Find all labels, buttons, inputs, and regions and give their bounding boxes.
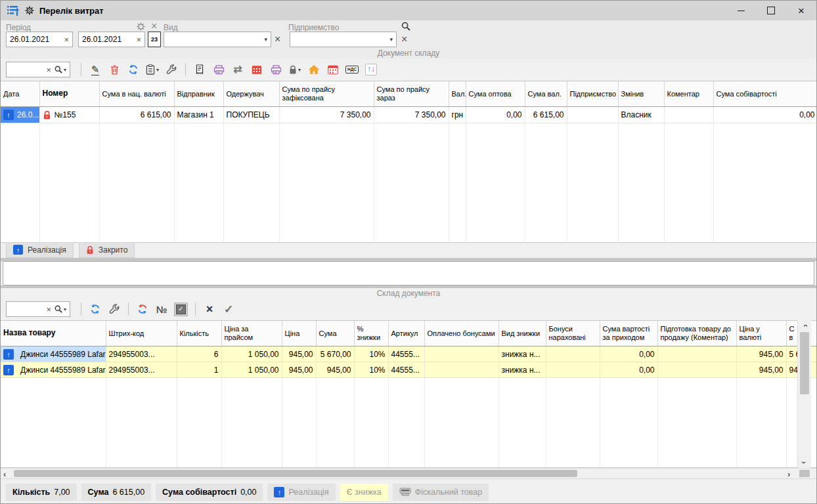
col-header-list-price[interactable]: Ціна за прайсом [221,321,282,346]
document-changed-by[interactable]: Власник [618,107,664,123]
edit-button[interactable]: ✎ [89,62,102,77]
copy-document-button[interactable]: ▾ [146,62,159,77]
document-receiver[interactable]: ПОКУПЕЦЬ [223,107,279,123]
documents-search-clear-icon[interactable]: × [46,66,51,74]
vertical-scroll-thumb[interactable] [800,332,809,394]
document-sender[interactable]: Магазин 1 [174,107,223,123]
document-comment-box[interactable] [3,261,814,285]
scroll-right-icon[interactable]: › [787,469,790,479]
item-price-in-currency[interactable]: 945,00 [736,362,786,378]
col-header-number[interactable]: Номер [39,81,99,107]
col-header-wholesale[interactable]: Сума оптова [466,81,525,107]
item-barcode[interactable]: 294955003... [106,346,177,362]
item-paid-bonuses[interactable] [424,362,498,378]
col-header-cost-by-arrival[interactable]: Сума вартості за приходом [600,321,657,346]
item-sku[interactable]: 44555... [388,346,424,362]
item-name-cell[interactable]: ↑ Джинси 44555989 Lafar... [1,362,106,378]
date-from-input[interactable]: 26.01.2021 × [6,32,73,47]
scroll-left-icon[interactable]: ‹ [3,469,6,479]
documents-search-input[interactable]: × ▾ [6,62,70,77]
col-header-quantity[interactable]: Кількість [177,321,221,346]
col-header-price-in-currency[interactable]: Ціна у валюті [736,321,786,346]
item-sum[interactable]: 945,00 [316,362,354,378]
refresh-button[interactable] [127,62,140,77]
scroll-down-icon[interactable]: › [799,461,810,464]
search-icon[interactable] [55,66,62,74]
clear-date-to-icon[interactable]: × [136,35,141,44]
col-header-changed-by[interactable]: Змінив [618,81,664,107]
document-sum-national[interactable]: 6 615,00 [99,107,174,123]
minimize-button[interactable] [726,1,756,20]
col-header-bonuses-accrued[interactable]: Бонуси нараховані [546,321,600,346]
item-quantity[interactable]: 1 [177,362,221,378]
item-row[interactable]: ↑ Джинси 44555989 Lafar... 294955003... … [1,362,816,378]
search-options-arrow-icon[interactable]: ▾ [64,67,66,73]
vat-button[interactable]: НДС [345,62,359,77]
tools-button[interactable] [165,62,178,77]
col-header-price-now[interactable]: Сума по прайсу зараз [374,81,449,107]
document-comment[interactable] [664,107,713,123]
col-header-sender[interactable]: Відправник [174,81,223,107]
col-header-barcode[interactable]: Штрих-код [106,321,177,346]
calendar-report-button[interactable] [250,62,263,77]
home-button[interactable] [307,62,320,77]
sort-button[interactable]: ↑ ↓ [364,62,378,77]
period-settings-gear-icon[interactable] [137,22,145,31]
print-document-button[interactable] [212,62,225,77]
item-name-cell[interactable]: ↑ Джинси 44555989 Lafar... [1,346,106,362]
vid-dropdown-icon[interactable]: ▾ [264,36,267,43]
items-search-clear-icon[interactable]: × [46,305,51,314]
renumber-button[interactable]: № [155,301,168,317]
scroll-up-icon[interactable]: › [799,324,810,327]
enterprise-dropdown-icon[interactable]: ▾ [389,36,393,43]
col-header-sum-national[interactable]: Сума в нац. валюті [99,81,174,107]
item-bonuses-accrued[interactable] [546,346,600,362]
vid-combobox[interactable]: ▾ [164,32,271,47]
enterprise-combobox[interactable]: ▾ [290,32,397,47]
col-header-currency[interactable]: Вал. [449,81,466,107]
item-quantity[interactable]: 6 [177,346,221,362]
item-cost-by-arrival[interactable]: 0,00 [600,362,657,378]
col-header-preparation-comment[interactable]: Підготовка товару до продажу (Коментар) [657,321,736,346]
col-header-comment[interactable]: Коментар [664,81,713,107]
col-header-sku[interactable]: Артикул [388,321,424,346]
recalculate-button[interactable] [136,301,149,317]
document-price-now[interactable]: 7 350,00 [374,107,449,123]
item-bonuses-accrued[interactable] [546,362,600,378]
cancel-button[interactable]: × [203,301,216,317]
items-horizontal-scrollbar[interactable]: ‹ › [1,468,816,479]
item-sku[interactable]: 44555... [388,362,424,378]
print-copies-button[interactable] [269,62,282,77]
item-preparation-comment[interactable] [657,346,736,362]
col-header-sum[interactable]: Сума [316,321,354,346]
delete-button[interactable] [108,62,121,77]
item-list-price[interactable]: 1 050,00 [221,362,282,378]
confirm-button[interactable]: ✓ [222,301,235,317]
items-tools-button[interactable] [108,301,121,317]
item-barcode[interactable]: 294955003... [106,362,177,378]
col-header-discount-type[interactable]: Вид знижки [498,321,546,346]
refresh-items-button[interactable] [89,301,102,317]
item-discount-type[interactable]: знижка н... [498,346,546,362]
document-price-fixed[interactable]: 7 350,00 [279,107,374,123]
document-currency[interactable]: грн [449,107,466,123]
item-discount-pct[interactable]: 10% [354,346,388,362]
item-discount-type[interactable]: знижка н... [498,362,546,378]
items-search-input[interactable]: × ▾ [6,301,70,317]
document-date-cell[interactable]: ↑ 26.0... [1,107,39,123]
items-vertical-scrollbar[interactable]: › › [797,320,811,468]
vid-clear-icon[interactable]: × [275,34,280,45]
schedule-button[interactable] [326,62,340,77]
col-header-receiver[interactable]: Одержувач [223,81,279,107]
col-header-price[interactable]: Ціна [282,321,316,346]
document-wholesale[interactable]: 0,00 [466,107,525,123]
document-row[interactable]: ↑ 26.0... №155 6 615,00 Магазин 1 ПОКУПЕ… [1,107,816,123]
item-list-price[interactable]: 1 050,00 [221,346,282,362]
enterprise-search-icon[interactable] [401,22,410,31]
document-enterprise[interactable] [567,107,618,123]
realization-chip[interactable]: ↑ Реалізація [6,242,74,258]
item-preparation-comment[interactable] [657,362,736,378]
col-header-item-name[interactable]: Назва товару [1,321,106,346]
enterprise-clear-icon[interactable]: × [401,34,407,45]
item-price[interactable]: 945,00 [282,346,316,362]
